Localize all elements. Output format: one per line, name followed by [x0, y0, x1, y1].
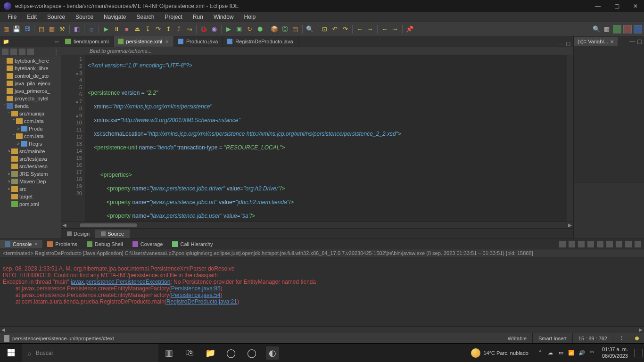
drop-frame-icon[interactable]: ⤴	[174, 25, 183, 33]
remove-launch-icon[interactable]	[559, 241, 566, 247]
tree-item[interactable]: bytebank_here	[0, 57, 61, 65]
profile-icon[interactable]: ◉	[210, 25, 218, 33]
open-perspective-icon[interactable]: ▦	[603, 25, 611, 33]
display-console-icon[interactable]	[606, 241, 613, 247]
console-tab[interactable]: Console✕	[0, 240, 42, 248]
tab-registro-java[interactable]: RegistroDeProducto.java	[223, 36, 298, 47]
new-icon[interactable]: ▦	[2, 25, 10, 33]
variables-detail[interactable]	[574, 182, 644, 239]
save-icon[interactable]: 💾	[12, 25, 21, 33]
open-task-icon[interactable]: ◧	[73, 25, 81, 33]
pin-editor-icon[interactable]: 📌	[405, 25, 414, 33]
call-hierarchy-tab[interactable]: Call Hierarchy	[167, 240, 217, 248]
minimize-button[interactable]: —	[593, 3, 603, 9]
maximize-vars-icon[interactable]: ▢	[637, 38, 642, 45]
menu-help[interactable]: Help	[239, 13, 261, 21]
next-annotation-icon[interactable]: ↷	[341, 25, 349, 33]
minimize-console-icon[interactable]	[625, 241, 632, 247]
menu-run[interactable]: Run	[188, 13, 208, 21]
wifi-icon[interactable]: 📶	[568, 350, 575, 356]
next-edit-icon[interactable]: →	[391, 25, 399, 33]
close-console-icon[interactable]: ✕	[34, 241, 38, 247]
tab-producto-java[interactable]: Producto.java	[174, 36, 223, 47]
view-menu-icon[interactable]	[27, 49, 34, 55]
tree-item[interactable]: >src/main/re	[0, 148, 61, 155]
prev-annotation-icon[interactable]: ↶	[330, 25, 339, 33]
tab-pom-xml[interactable]: tienda/pom.xml	[61, 36, 114, 47]
open-type-icon[interactable]: ▤	[37, 25, 46, 33]
action-center-icon[interactable]	[635, 349, 643, 357]
step-over-icon[interactable]: ↷	[154, 25, 162, 33]
search-toolbar-icon[interactable]: 🔍	[305, 25, 314, 33]
tree-item[interactable]: >Regis	[0, 140, 61, 148]
taskbar-clock[interactable]: 01:37 a. m. 08/09/2023	[602, 346, 628, 359]
ms-store-icon[interactable]: 🛍	[183, 346, 196, 360]
pin-console-icon[interactable]	[597, 241, 603, 247]
tree-item[interactable]: target	[0, 193, 61, 200]
run-icon[interactable]: ▶	[224, 25, 233, 33]
eclipse-taskbar-icon[interactable]: ◐	[266, 346, 279, 360]
menu-project[interactable]: Project	[160, 13, 187, 21]
scroll-right-icon[interactable]: ▶	[567, 222, 573, 228]
tree-item[interactable]: src/test/reso	[0, 163, 61, 170]
taskbar-search[interactable]: ⌕ Buscar	[22, 344, 158, 362]
scroll-lock-icon[interactable]	[587, 241, 594, 247]
scroll-thumb[interactable]	[80, 223, 137, 227]
tray-chevron-icon[interactable]: ˄	[537, 350, 544, 356]
tree-item[interactable]: ˅src/main/ja	[0, 110, 61, 117]
menu-search[interactable]: Search	[132, 13, 159, 21]
collapse-all-icon[interactable]	[2, 49, 8, 55]
disconnect-icon[interactable]: ⏏	[133, 25, 141, 33]
tree-item[interactable]: >src	[0, 185, 61, 193]
editor-hscrollbar[interactable]: ◀ ▶	[61, 222, 573, 228]
debug-icon[interactable]: 🐞	[199, 25, 208, 33]
external-tools-icon[interactable]: ⬢	[256, 25, 264, 33]
tree-item[interactable]: >Maven Dep	[0, 178, 61, 185]
tree-item[interactable]: >Produ	[0, 125, 61, 132]
tree-item[interactable]: ˅com.lata	[0, 117, 61, 125]
clear-console-icon[interactable]	[578, 241, 585, 247]
project-tree[interactable]: bytebank_herebytebank_librecontrol_de_st…	[0, 57, 61, 239]
step-return-icon[interactable]: ↥	[164, 25, 173, 33]
open-type-2-icon[interactable]: ▤	[291, 25, 299, 33]
step-filters-icon[interactable]: ↝	[185, 25, 193, 33]
save-all-icon[interactable]: 🖫	[23, 25, 31, 33]
task-view-icon[interactable]: ▥	[162, 346, 175, 360]
close-button[interactable]: ✕	[631, 3, 640, 9]
tab-persistence-xml[interactable]: persistence.xml✕	[114, 36, 174, 47]
maximize-console-icon[interactable]	[635, 241, 641, 247]
coverage-tab[interactable]: Coverage	[128, 240, 168, 248]
new-class-icon[interactable]: Ⓒ	[281, 25, 289, 33]
status-menu[interactable]: ⋮	[613, 333, 630, 343]
build-icon[interactable]: ⚒	[58, 25, 66, 33]
maximize-view-icon[interactable]: ▢	[566, 41, 570, 47]
design-tab[interactable]: Design	[61, 230, 95, 238]
git-perspective-button[interactable]	[634, 25, 642, 33]
explorer-tab[interactable]: 📁	[0, 38, 12, 46]
tree-item[interactable]: pom.xml	[0, 200, 61, 208]
console-output[interactable]: sep. 08, 2023 1:33:51 A. M. org.hibernat…	[0, 257, 644, 326]
console-scroll-left-icon[interactable]: ◀	[0, 327, 7, 332]
explorer-tab-menu-icon[interactable]: ▫▫	[55, 38, 61, 45]
tree-item[interactable]: bytebank_libre	[0, 65, 61, 72]
tree-item[interactable]: java_pila_ejecu	[0, 80, 61, 87]
resume-icon[interactable]: ▶	[102, 25, 110, 33]
breadcrumb[interactable]: persistence/persistence-unit/properties/…	[0, 335, 311, 342]
explorer-menu-icon[interactable]: ⋮	[53, 49, 59, 55]
java-perspective-button[interactable]	[613, 25, 621, 33]
menu-window[interactable]: Window	[209, 13, 239, 21]
toggle-mark-icon[interactable]: ⊡	[320, 25, 329, 33]
minimize-vars-icon[interactable]: —	[629, 38, 635, 45]
language-icon[interactable]: ᴱˢ	[589, 350, 595, 356]
tree-item[interactable]: proyecto_bytel	[0, 95, 61, 102]
file-explorer-icon[interactable]: 📁	[204, 346, 217, 360]
scroll-left-icon[interactable]: ◀	[61, 222, 68, 228]
menu-navigate[interactable]: Navigate	[99, 13, 131, 21]
line-gutter[interactable]: 12345 678910 1112131415 1617181920	[61, 55, 85, 222]
skip-breakpoints-icon[interactable]: ⦶	[87, 25, 96, 33]
tree-item[interactable]: control_de_sto	[0, 72, 61, 80]
volume-icon[interactable]: 🔊	[578, 350, 585, 356]
variables-tab[interactable]: (x)= Variabl...✕	[574, 37, 618, 46]
console-scroll-right-icon[interactable]: ▶	[637, 327, 644, 332]
step-into-icon[interactable]: ↧	[143, 25, 152, 33]
